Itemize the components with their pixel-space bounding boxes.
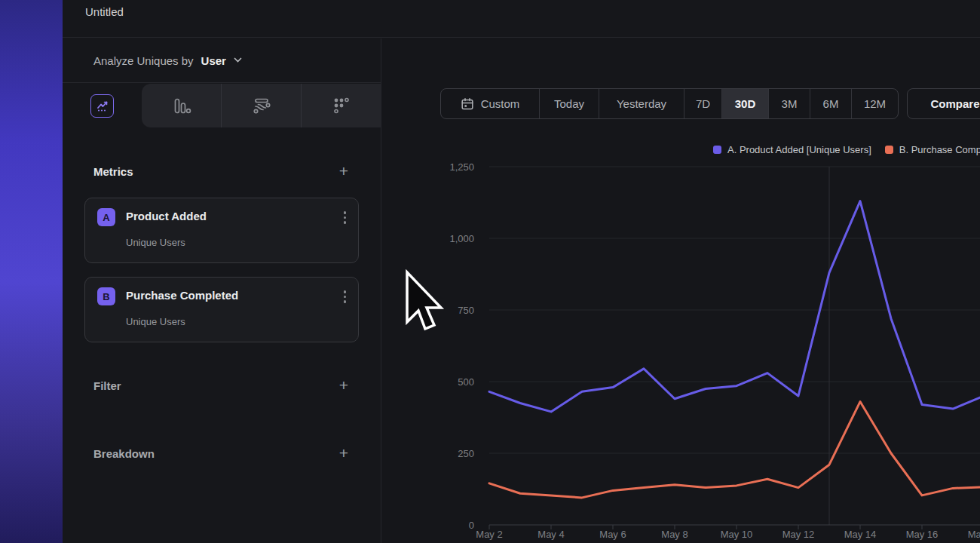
analyze-label: Analyze Uniques by	[93, 54, 194, 67]
legend-swatch-orange	[885, 146, 893, 154]
metric-name[interactable]: Product Added	[126, 210, 207, 222]
tab-flow[interactable]	[221, 84, 301, 127]
svg-text:750: 750	[458, 305, 474, 316]
title-bar: Untitled	[63, 0, 980, 38]
background-gradient-strip	[0, 0, 63, 543]
metric-dots-icon	[332, 96, 351, 115]
svg-text:1,250: 1,250	[449, 161, 474, 173]
svg-text:May 2: May 2	[476, 529, 502, 540]
svg-text:May 18: May 18	[968, 529, 980, 540]
chart-type-tabs	[63, 84, 381, 127]
breakdown-title: Breakdown	[93, 447, 155, 460]
svg-text:May 12: May 12	[782, 529, 815, 540]
svg-text:May 10: May 10	[721, 529, 753, 540]
mouse-cursor	[402, 268, 447, 336]
svg-text:500: 500	[458, 376, 474, 388]
analyze-row: Analyze Uniques by User	[63, 38, 381, 83]
metrics-title: Metrics	[93, 165, 133, 178]
legend-item-b[interactable]: B. Purchase Completed [Unique Users]	[885, 144, 980, 155]
metric-badge-b: B	[97, 287, 115, 305]
range-today[interactable]: Today	[539, 89, 599, 118]
filter-header: Filter +	[93, 373, 348, 397]
range-6m[interactable]: 6M	[810, 89, 851, 118]
legend-item-a[interactable]: A. Product Added [Unique Users]	[713, 144, 871, 155]
line-chart[interactable]: 02505007501,0001,250May 2May 4May 6May 8…	[381, 158, 980, 543]
bar-chart-icon	[171, 96, 191, 116]
range-30d[interactable]: 30D	[721, 89, 768, 118]
chart-legend: A. Product Added [Unique Users] B. Purch…	[713, 144, 980, 155]
breakdown-header: Breakdown +	[93, 441, 348, 465]
metric-card-a[interactable]: A Product Added Unique Users	[84, 198, 359, 263]
calendar-icon	[461, 97, 474, 111]
line-chart-icon	[90, 94, 114, 118]
tab-metric[interactable]	[301, 84, 381, 127]
chart-panel: Custom Today Yesterday 7D 30D 3M 6M 12M …	[381, 38, 980, 543]
metric-badge-a: A	[97, 208, 115, 226]
range-custom[interactable]: Custom	[441, 89, 539, 118]
tab-bar-chart[interactable]	[142, 84, 221, 127]
chart-type-tab-group	[142, 84, 381, 127]
metric-card-b[interactable]: B Purchase Completed Unique Users	[84, 277, 359, 342]
svg-text:May 8: May 8	[661, 529, 688, 540]
sidebar: Analyze Uniques by User	[63, 38, 381, 543]
range-12m[interactable]: 12M	[851, 89, 898, 118]
legend-swatch-purple	[713, 146, 721, 154]
metric-options-icon[interactable]	[344, 211, 347, 224]
range-7d[interactable]: 7D	[684, 89, 721, 118]
filter-title: Filter	[93, 379, 121, 392]
add-breakdown-button[interactable]: +	[339, 446, 348, 461]
svg-text:May 6: May 6	[599, 529, 626, 540]
metric-subtitle[interactable]: Unique Users	[126, 237, 185, 248]
metric-subtitle[interactable]: Unique Users	[126, 316, 185, 327]
svg-text:May 16: May 16	[906, 529, 939, 540]
metric-options-icon[interactable]	[344, 290, 347, 303]
app-window: Untitled Analyze Uniques by User	[63, 0, 980, 543]
svg-text:May 4: May 4	[537, 529, 564, 540]
tab-line-chart[interactable]	[63, 84, 142, 127]
analyze-value-dropdown[interactable]: User	[201, 54, 226, 67]
svg-text:1,000: 1,000	[449, 233, 474, 244]
add-metric-button[interactable]: +	[339, 164, 348, 179]
chevron-down-icon[interactable]	[234, 57, 242, 63]
metrics-header: Metrics +	[93, 159, 348, 183]
svg-text:250: 250	[458, 448, 474, 459]
date-range-selector: Custom Today Yesterday 7D 30D 3M 6M 12M	[440, 88, 899, 119]
add-filter-button[interactable]: +	[339, 378, 348, 393]
svg-text:May 14: May 14	[844, 529, 877, 540]
svg-text:0: 0	[469, 520, 474, 531]
flow-icon	[251, 95, 272, 116]
compare-button[interactable]: Compare	[907, 88, 980, 119]
metric-name[interactable]: Purchase Completed	[126, 289, 238, 302]
range-3m[interactable]: 3M	[768, 89, 810, 118]
range-yesterday[interactable]: Yesterday	[599, 89, 684, 118]
report-title[interactable]: Untitled	[85, 5, 124, 18]
